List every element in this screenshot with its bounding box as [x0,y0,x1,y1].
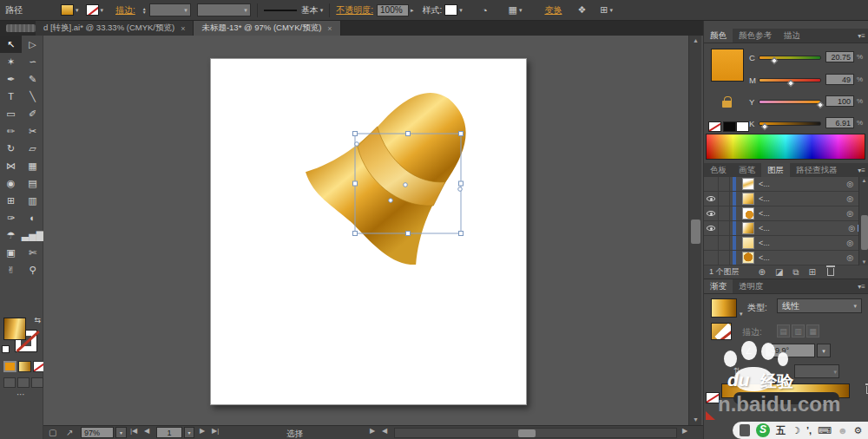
zoom-level-field[interactable]: 97% [81,427,114,438]
chevron-down-icon[interactable]: ▾ [610,7,614,14]
type-tool[interactable]: T [0,88,22,105]
swap-fill-stroke-icon[interactable]: ⇆ [34,316,41,324]
curvature-tool[interactable]: ✎ [22,70,43,88]
chevron-down-icon[interactable]: ▾ [519,7,523,14]
selection-tool[interactable]: ↖ [0,36,22,53]
target-icon[interactable]: ◎ [846,180,853,188]
layer-row[interactable]: <... ◎ [704,236,868,251]
target-icon[interactable]: ◎ [846,209,853,218]
new-sublayer-icon[interactable]: ⧉ [792,267,799,278]
tab-stroke[interactable]: 描边 [778,29,806,43]
tab-pathfinder[interactable]: 路径查找器 [790,163,844,177]
gradient-fill-swatch[interactable] [711,298,737,318]
vertical-scroll-thumb[interactable] [691,220,700,244]
layer-row[interactable]: <... ◎ [704,206,868,221]
layer-label[interactable]: <... [759,209,770,218]
magic-wand-tool[interactable]: ✶ [0,53,22,70]
hscroll-left2-icon[interactable]: ◀ [382,427,387,435]
tab-color-guide[interactable]: 颜色参考 [733,29,778,43]
horizontal-scroll-thumb[interactable] [518,429,536,437]
artboard[interactable] [210,58,527,405]
tab-transparency[interactable]: 透明度 [733,279,770,293]
style-dropdown[interactable]: ▾ [444,4,463,16]
align-dropdown[interactable]: ▦ ▾ [509,4,523,16]
keyboard-icon[interactable]: ⌨ [818,425,832,436]
lock-cell[interactable] [719,236,730,250]
free-transform-icon[interactable]: ❖ [577,4,586,16]
close-icon[interactable]: × [327,24,332,33]
close-icon[interactable]: × [181,24,185,33]
tab-gradient[interactable]: 渐变 [704,279,733,293]
paintbrush-tool[interactable]: ✐ [22,105,43,122]
chevron-down-icon[interactable]: ▾ [740,311,743,318]
target-icon[interactable]: ◎ [846,253,853,262]
hand-tool[interactable]: ✌ [0,261,22,278]
fill-stroke-control[interactable]: ⇆ [0,316,43,359]
layer-thumbnail[interactable] [742,178,754,190]
tab-brushes[interactable]: 画笔 [733,163,761,177]
none-swatch[interactable] [708,121,721,132]
stroke-swatch[interactable] [86,4,99,16]
tab-color[interactable]: 颜色 [704,29,733,43]
zoom-dropdown-icon[interactable]: ▾ [115,427,127,438]
visibility-cell[interactable] [704,177,719,191]
layer-label[interactable]: <... [759,180,770,188]
free-transform-tool[interactable]: ▦ [22,157,43,174]
scroll-up-icon[interactable]: ▲ [689,36,702,46]
visibility-cell[interactable] [704,251,719,265]
layer-row-selected[interactable]: <... ◎ [704,221,868,236]
draw-normal-button[interactable] [3,377,16,388]
isolate-dropdown[interactable]: ⊞ ▾ [600,4,613,16]
blend-tool[interactable]: ◐ [22,209,43,226]
layer-thumbnail[interactable] [742,222,754,234]
fill-swatch[interactable] [61,4,74,16]
yellow-slider[interactable] [759,100,821,104]
scroll-down-icon[interactable]: ▼ [859,259,868,265]
layer-label[interactable]: <... [759,194,770,203]
first-artboard-icon[interactable]: |◀ [130,427,137,435]
hscroll-left-icon[interactable]: ▶ [370,427,375,435]
vertical-scrollbar[interactable]: ▲ ▼ [688,36,701,425]
lock-cell[interactable] [719,177,730,191]
chevron-down-icon[interactable]: ▾ [76,7,79,14]
lock-cell[interactable] [719,221,730,235]
chevron-down-icon[interactable]: ▾ [817,344,831,357]
width-tool[interactable]: ⋈ [0,157,22,174]
gradient-button[interactable] [18,361,31,372]
target-icon[interactable]: ◎ [846,239,853,247]
column-graph-tool[interactable]: ▃▅▇ [22,226,43,244]
gradient-tool[interactable]: ▥ [22,192,43,209]
rotate-tool[interactable]: ↻ [0,140,22,157]
target-icon[interactable]: ◎ [848,224,855,233]
bell-shape[interactable] [296,59,509,273]
stepper-down-icon[interactable]: ▼ [142,10,147,14]
cyan-slider[interactable] [759,56,821,60]
layer-row[interactable]: <... ◎ [704,251,868,265]
layer-row[interactable]: <... ◎ [704,192,868,206]
ime-skin-icon[interactable] [740,424,750,436]
transform-link[interactable]: 变换 [544,4,562,16]
pen-tool[interactable]: ✒ [0,70,22,88]
panel-menu-icon[interactable]: ▾≡ [854,279,868,293]
fill-proxy[interactable] [3,318,26,340]
mesh-tool[interactable]: ⊞ [0,192,22,209]
artboard-tool[interactable]: ▣ [0,244,22,261]
slice-tool[interactable]: ✄ [22,244,43,261]
rectangle-tool[interactable]: ▭ [0,105,22,122]
ime-mode-toggle[interactable]: 五 [776,424,786,437]
locate-object-icon[interactable]: ⊕ [759,267,766,277]
visibility-cell[interactable] [704,236,719,250]
next-artboard-icon[interactable]: ▶ [200,427,205,435]
opacity-field[interactable]: 100% [377,4,409,16]
last-artboard-icon[interactable]: ▶| [212,427,219,435]
symbol-sprayer-tool[interactable]: ☂ [0,226,22,244]
line-segment-tool[interactable]: ╲ [22,88,43,105]
eye-icon[interactable] [707,211,715,216]
layer-row[interactable]: <... ◎ [704,177,868,192]
layer-thumbnail[interactable] [742,252,754,264]
bell-artwork[interactable] [211,59,526,404]
brush-definition-dropdown[interactable]: 基本 ▾ [264,4,324,16]
panel-menu-icon[interactable]: ▾≡ [854,29,868,43]
scroll-down-icon[interactable]: ▼ [689,415,702,425]
stroke-weight-stepper[interactable]: ▲ ▼ [142,7,147,14]
